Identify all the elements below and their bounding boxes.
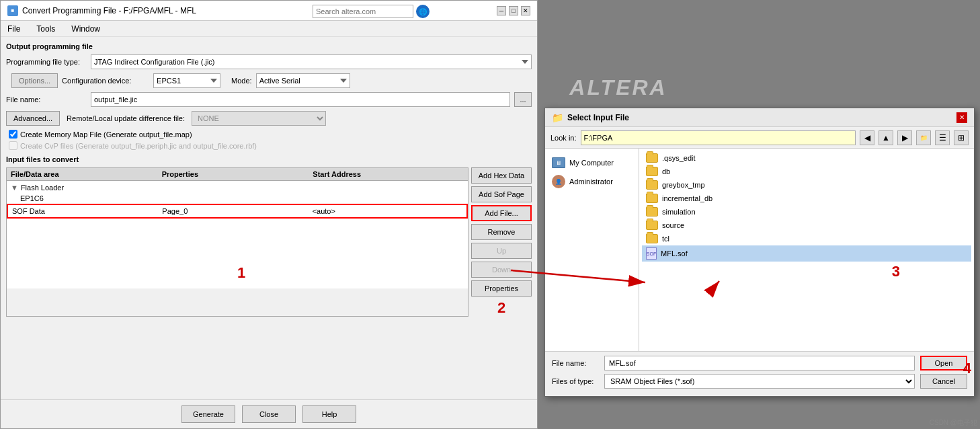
file-item-source[interactable]: source [642, 219, 971, 232]
file-type-select[interactable]: SRAM Object Files (*.sof) [604, 374, 915, 389]
folder-icon [646, 194, 658, 203]
remove-button[interactable]: Remove [471, 224, 532, 240]
prog-file-type-row: Programming file type: JTAG Indirect Con… [6, 54, 532, 69]
file-item-incremental-db[interactable]: incremental_db [642, 192, 971, 205]
open-button[interactable]: Open [920, 356, 967, 370]
main-window: ■ Convert Programming File - F:/FPGA/MFL… [0, 0, 538, 429]
watermark: CSDN @电子犯 [930, 418, 977, 428]
file-name-tcl: tcl [662, 235, 669, 243]
nav-up-button[interactable]: ▲ [879, 130, 893, 145]
dialog-body: 🖥 My Computer 👤 Administrator .qsys_edit… [545, 149, 974, 351]
search-globe-icon[interactable]: 🌐 [416, 5, 430, 18]
add-file-button[interactable]: Add File... [471, 205, 532, 221]
file-name-footer-input[interactable] [604, 356, 915, 370]
look-in-label: Look in: [550, 134, 577, 142]
look-in-select[interactable]: F:\FPGA [581, 130, 856, 145]
main-titlebar: ■ Convert Programming File - F:/FPGA/MFL… [1, 1, 537, 21]
down-button[interactable]: Down [471, 262, 532, 278]
up-button[interactable]: Up [471, 243, 532, 259]
file-name-label: File name: [6, 95, 87, 104]
cvp-checkbox[interactable] [9, 141, 17, 150]
folder-icon [646, 221, 658, 230]
search-input[interactable] [313, 5, 413, 18]
main-content: Output programming file Programming file… [1, 37, 537, 399]
menubar: File Tools Window [1, 21, 537, 37]
prog-file-type-select[interactable]: JTAG Indirect Configuration File (.jic) [91, 54, 532, 69]
file-item-mfl-sof[interactable]: SOF MFL.sof [642, 245, 971, 262]
file-item-qsys-edit[interactable]: .qsys_edit [642, 151, 971, 165]
file-name-source: source [662, 221, 684, 229]
dialog-close-button[interactable]: ✕ [956, 112, 967, 123]
right-buttons-panel: Add Hex Data Add Sof Page Add File... Re… [471, 167, 532, 317]
ep1c6-row: EP1C6 [7, 193, 468, 204]
file-name-footer-label: File name: [552, 359, 599, 367]
sidebar-item-administrator[interactable]: 👤 Administrator [545, 171, 639, 192]
menu-file[interactable]: File [5, 23, 23, 35]
sof-data-row[interactable]: SOF Data Page_0 <auto> [7, 204, 468, 219]
file-item-greybox[interactable]: greybox_tmp [642, 178, 971, 192]
nav-back-button[interactable]: ◀ [860, 130, 874, 145]
file-name-greybox: greybox_tmp [662, 181, 705, 189]
col-file-data: File/Data area [11, 170, 162, 178]
checkbox-row-2: Create CvP files (Generate output_file.p… [9, 141, 532, 150]
annotation-2: 2 [471, 299, 532, 317]
window-controls: ─ □ ✕ [497, 6, 530, 15]
table-body: ▼ Flash Loader EP1C6 SOF Data Page_0 <au… [7, 181, 468, 288]
remote-local-label: Remote/Local update difference file: [67, 114, 185, 122]
input-section: Input files to convert File/Data area Pr… [6, 155, 532, 317]
browse-button[interactable]: ... [514, 92, 532, 107]
output-section: Output programming file Programming file… [6, 42, 532, 150]
expand-icon: ▼ [11, 184, 18, 192]
view-list-button[interactable]: ☰ [935, 130, 950, 145]
file-name-input[interactable] [91, 92, 510, 107]
add-hex-data-button[interactable]: Add Hex Data [471, 167, 532, 184]
close-button-main[interactable]: Close [242, 405, 296, 423]
maximize-button[interactable]: □ [509, 6, 518, 15]
memory-map-checkbox[interactable] [9, 130, 17, 139]
mode-select[interactable]: Active Serial [256, 73, 350, 88]
dialog-footer: File name: Open Files of type: SRAM Obje… [545, 351, 974, 396]
annotation-1: 1 [237, 264, 245, 282]
titlebar-left: ■ Convert Programming File - F:/FPGA/MFL… [7, 5, 196, 16]
file-name-qsys: .qsys_edit [662, 154, 696, 162]
file-item-db[interactable]: db [642, 165, 971, 178]
options-button[interactable]: Options... [11, 73, 58, 88]
close-button[interactable]: ✕ [521, 6, 530, 15]
file-type-footer-label: Files of type: [552, 377, 599, 385]
page0-label: Page_0 [162, 207, 312, 215]
altera-logo: ALTERA [569, 75, 667, 100]
minimize-button[interactable]: ─ [497, 6, 506, 15]
user-icon: 👤 [552, 175, 565, 188]
cancel-button[interactable]: Cancel [920, 374, 967, 389]
add-sof-page-button[interactable]: Add Sof Page [471, 186, 532, 202]
filename-footer-row: File name: Open [552, 356, 967, 370]
ep1c6-label: EP1C6 [20, 194, 44, 202]
checkbox-row-1: Create Memory Map File (Generate output_… [9, 130, 532, 139]
filetype-footer-row: Files of type: SRAM Object Files (*.sof)… [552, 374, 967, 389]
prog-file-type-label: Programming file type: [6, 58, 87, 66]
dialog-window: 📁 Select Input File ✕ Look in: F:\FPGA ◀… [544, 108, 975, 397]
properties-button[interactable]: Properties [471, 280, 532, 297]
help-button[interactable]: Help [302, 405, 356, 423]
file-item-simulation[interactable]: simulation [642, 205, 971, 219]
view-detail-button[interactable]: ⊞ [954, 130, 969, 145]
generate-button[interactable]: Generate [181, 405, 235, 423]
menu-tools[interactable]: Tools [34, 23, 58, 35]
folder-icon [646, 207, 658, 217]
file-list: .qsys_edit db greybox_tmp incremental_db… [639, 149, 974, 351]
output-section-title: Output programming file [6, 42, 532, 50]
dialog-toolbar: Look in: F:\FPGA ◀ ▲ ▶ 📁 ☰ ⊞ [545, 127, 974, 149]
nav-forward-button[interactable]: ▶ [897, 130, 912, 145]
mode-label: Mode: [231, 77, 252, 85]
file-name-incremental: incremental_db [662, 194, 712, 202]
advanced-row: Advanced... Remote/Local update differen… [6, 111, 532, 126]
file-item-tcl[interactable]: tcl [642, 232, 971, 245]
my-computer-label: My Computer [569, 159, 614, 167]
menu-window[interactable]: Window [69, 23, 103, 35]
advanced-button[interactable]: Advanced... [6, 111, 60, 126]
sidebar-item-mycomputer[interactable]: 🖥 My Computer [545, 154, 639, 171]
remote-select[interactable]: NONE [192, 111, 326, 126]
folder-icon [646, 234, 658, 243]
new-folder-button[interactable]: 📁 [916, 130, 931, 145]
config-device-select[interactable]: EPCS1 [153, 73, 220, 88]
